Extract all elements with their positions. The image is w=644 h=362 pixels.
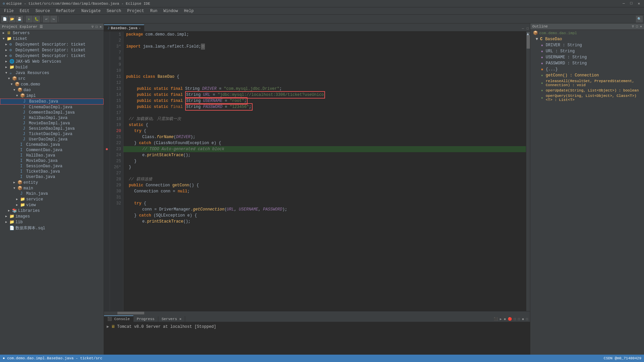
run-button[interactable]: ▶ [26,16,33,22]
editor-min-button[interactable]: — [521,26,525,31]
outline-method-operquery[interactable]: ● operQuery(String, List<Object>, Class<… [530,93,644,103]
redo-button[interactable]: ↪ [50,16,57,22]
close-button[interactable]: ✕ [636,1,641,6]
tab-basedao[interactable]: J BaseDao.java ✕ [104,24,144,31]
scroll-up-arrow[interactable]: ▲ [527,32,530,35]
pe-content[interactable]: ▶ 🖥 Servers ▼ 📁 ticket ▶ ⚙ Deployment De… [0,30,104,355]
menu-edit[interactable]: Edit [17,8,32,14]
undo-button[interactable]: ↩ [43,16,50,22]
menu-refactor[interactable]: Refactor [53,8,78,14]
menu-search[interactable]: Search [104,8,124,14]
tree-item-commentdao[interactable]: I CommentDao.java [0,147,104,153]
scroll-thumb[interactable] [527,35,530,49]
menu-source[interactable]: Source [33,8,53,14]
tree-item-cinemadao[interactable]: I CinemaDao.java [0,142,104,147]
search-button[interactable]: 🔍 [636,16,643,22]
comma2-30: , [258,206,263,213]
halldaoimpl-icon: J [23,116,28,120]
menu-project[interactable]: Project [124,8,147,14]
menu-help[interactable]: Help [181,8,197,14]
horiz-scroll-thumb[interactable] [117,312,144,314]
tab-progress[interactable]: Progress [133,316,158,322]
bottom-icons[interactable]: ⬛ ▶ ■ 🔴 □ □ ■ □ [492,316,530,322]
outline-field-username[interactable]: ◆ USERNAME : String [530,54,644,60]
code-line-29: try { [123,200,526,206]
tree-item-moviedaoimpl[interactable]: J MovieDaoImpl.java [0,121,104,126]
build-arrow: ▶ [5,65,9,69]
tree-item-ticket[interactable]: ▼ 📁 ticket [0,36,104,42]
tree-item-dd3[interactable]: ▶ ⚙ Deployment Descriptor: ticket [0,53,104,59]
class-brace-open: { [177,74,179,80]
outline-class[interactable]: ▼ C BaseDao [530,36,644,42]
cinemadao-label: CinemaDao.java [26,142,60,147]
code-editor[interactable]: ● 1 2 3* 7 8 9 10 11 12 13 [104,32,530,311]
debug-button[interactable]: 🐛 [33,16,40,22]
tree-item-javaresources[interactable]: ▼ ☕ Java Resources [0,70,104,76]
paren-18: ( [174,134,176,140]
tree-item-src[interactable]: ▼ 📦 src [0,76,104,81]
vertical-scrollbar[interactable]: ▲ [526,32,530,311]
outline-method-operupdate[interactable]: ● operUpdate(String, List<Object>) : boo… [530,88,644,93]
tree-item-service[interactable]: ▶ 📁 service [0,196,104,202]
tree-item-cinemadaoimpl[interactable]: J CinemaDaoImpl.java [0,105,104,110]
impl-icon: 📦 [20,93,25,98]
tree-item-dd1[interactable]: ▶ ⚙ Deployment Descriptor: ticket [0,42,104,47]
tree-item-libraries[interactable]: ▶ 📚 Libraries [0,208,104,214]
tree-item-ticketdao[interactable]: I TicketDao.java [0,169,104,174]
ln-23: 23 [112,146,121,152]
editor-max-button[interactable]: □ [525,26,530,31]
ln-26: 26* [112,164,121,170]
kw-public-13: public [137,104,154,110]
outline-field-password[interactable]: ◆ PASSWORD : String [530,60,644,66]
outline-method-releaseall[interactable]: ● releaseAll(ResultSet, PreparedStatemen… [530,78,644,88]
minimize-button[interactable]: — [621,1,626,6]
code-content[interactable]: package com.demo.dao.impl; import java.l… [123,32,526,311]
outline-field-driver[interactable]: ◆ DRIVER : String [530,42,644,48]
new-button[interactable]: 📄 [1,16,8,22]
menu-file[interactable]: File [1,8,16,14]
outline-static-block[interactable]: ■ {...} [530,66,644,72]
tree-item-impl[interactable]: ▼ 📦 impl [0,93,104,99]
tree-item-jaxws[interactable]: ▶ 🌐 JAX-WS Web Services [0,59,104,64]
tree-item-main[interactable]: ▼ 📦 main [0,185,104,191]
tree-item-halldao[interactable]: I HallDao.java [0,153,104,158]
bp-empty3 [104,50,110,56]
ln-28: 28 [112,176,121,182]
save-button[interactable]: 💾 [16,16,23,22]
open-button[interactable]: 📂 [9,16,15,22]
horiz-scrollbar[interactable] [104,311,530,314]
tree-item-dao[interactable]: ▼ 📦 dao [0,87,104,93]
maximize-button[interactable]: □ [629,1,634,6]
tree-item-basedao[interactable]: J BaseDao.java [0,99,104,105]
tree-item-moviedao[interactable]: I MovieDao.java [0,158,104,164]
tree-item-servers[interactable]: ▶ 🖥 Servers [0,30,104,36]
tree-item-view[interactable]: ▶ 📁 view [0,202,104,208]
tree-item-halldaoimpl[interactable]: J HallDaoImpl.java [0,115,104,121]
tab-servers[interactable]: Servers ✕ [158,316,185,322]
main-area: Project Explorer ☰ ▽ □ ✕ ▶ 🖥 Servers ▼ 📁… [0,23,644,355]
tree-item-lib[interactable]: ▶ 📁 lib [0,219,104,225]
tree-item-sessiondaoimpl[interactable]: J SessionDaoImpl.java [0,126,104,131]
tree-item-mainjava[interactable]: J Main.java [0,191,104,196]
kw-public-11: public [137,92,154,98]
semi-13: ; [249,105,251,109]
tab-console[interactable]: ⬛ Console [104,315,133,322]
tree-item-ticketdaoimpl[interactable]: J TicketDaoImpl.java [0,131,104,137]
tree-item-sqlfile[interactable]: 📄 数据库脚本.sql [0,225,104,231]
tree-item-entity[interactable]: ▶ 📦 entity [0,180,104,185]
menu-run[interactable]: Run [148,8,160,14]
tree-item-sessiondao[interactable]: I SessionDao.java [0,164,104,169]
tree-item-commentdaoimpl[interactable]: J CommentDaoImpl.java [0,110,104,115]
tree-item-userdaoimpl[interactable]: J UserDaoImpl.java [0,137,104,142]
tree-item-images[interactable]: ▶ 📁 images [0,214,104,219]
outline-content[interactable]: 📦 com.demo.dao.impl ▼ C BaseDao ◆ DRIVER… [530,30,644,355]
outline-method-getconn[interactable]: ● getConn() : Connection [530,72,644,78]
tab-close-button[interactable]: ✕ [139,26,141,30]
tree-item-userdao[interactable]: I UserDao.java [0,174,104,180]
tree-item-build[interactable]: ▶ 📁 build [0,64,104,70]
tree-item-comdemo[interactable]: ▼ 📦 com.demo [0,81,104,87]
tree-item-dd2[interactable]: ▶ ⚙ Deployment Descriptor: ticket [0,47,104,53]
menu-navigate[interactable]: Navigate [78,8,103,14]
outline-field-url[interactable]: ◆ URL : String [530,48,644,54]
menu-window[interactable]: Window [161,8,180,14]
